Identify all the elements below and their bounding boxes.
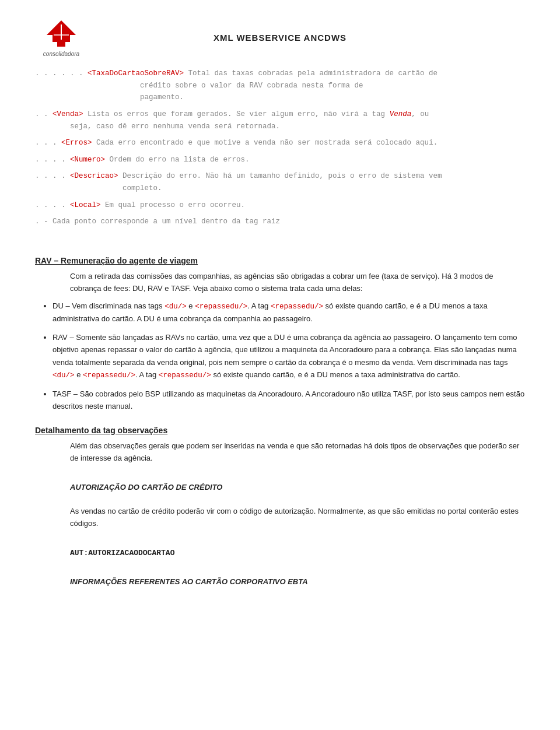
code-line-11: . - Cada ponto corresponde a um nível de… [35, 216, 525, 228]
fee-modes-list: DU – Vem discriminada nas tags <du/> e <… [52, 300, 525, 413]
aut-code: AUT:AUTORIZACAODOCARTAO [70, 549, 174, 557]
code-block: . . . . . . <TaxaDoCartaoSobreRAV> Total… [35, 68, 525, 228]
code-line-9: completo. [35, 182, 525, 195]
auth-heading-container: AUTORIZAÇÃO DO CARTÃO DE CRÉDITO [70, 481, 525, 493]
page-title: XML WEBSERVICE ANCDWS [88, 33, 525, 43]
code-line-3: pagamento. [35, 92, 525, 104]
svg-rect-2 [57, 42, 65, 47]
tasf-item: TASF – São cobrados pelo BSP utilizando … [52, 388, 525, 413]
code-line-7: . . . . <Numero> Ordem do erro na lista … [35, 154, 525, 166]
det-intro: Além das observações gerais que podem se… [70, 440, 525, 465]
logo-image [35, 17, 88, 50]
rav-item: RAV – Somente são lançadas as RAVs no ca… [52, 331, 525, 382]
code-line-2: crédito sobre o valor da RAV cobrada nes… [35, 80, 525, 92]
aut-code-container: AUT:AUTORIZACAODOCARTAO [70, 546, 525, 559]
code-line-4: . . <Venda> Lista os erros que foram ger… [35, 108, 525, 121]
logo-area: consolidadora [35, 17, 88, 57]
auth-heading: AUTORIZAÇÃO DO CARTÃO DE CRÉDITO [70, 483, 222, 492]
info-heading: INFORMAÇÕES REFERENTES AO CARTÃO CORPORA… [70, 577, 308, 586]
code-line-8: . . . . <Descricao> Descrição do erro. N… [35, 170, 525, 182]
logo-subtext: consolidadora [43, 51, 79, 57]
code-line-6: . . . <Erros> Cada erro encontrado e que… [35, 137, 525, 149]
code-line-10: . . . . <Local> Em qual processo o erro … [35, 199, 525, 212]
code-line-5: seja, caso dê erro nenhuma venda será re… [35, 121, 525, 133]
du-item: DU – Vem discriminada nas tags <du/> e <… [52, 300, 525, 325]
rav-intro: Com a retirada das comissões das companh… [70, 270, 525, 295]
info-heading-container: INFORMAÇÕES REFERENTES AO CARTÃO CORPORA… [70, 575, 525, 588]
page: consolidadora XML WEBSERVICE ANCDWS . . … [0, 0, 560, 730]
det-heading: Detalhamento da tag observações [35, 426, 525, 435]
code-line-1: . . . . . . <TaxaDoCartaoSobreRAV> Total… [35, 68, 525, 80]
auth-text: As vendas no cartão de crédito poderão v… [70, 505, 525, 530]
rav-heading: RAV – Remuneração do agente de viagem [35, 256, 525, 265]
header: consolidadora XML WEBSERVICE ANCDWS [35, 17, 525, 57]
